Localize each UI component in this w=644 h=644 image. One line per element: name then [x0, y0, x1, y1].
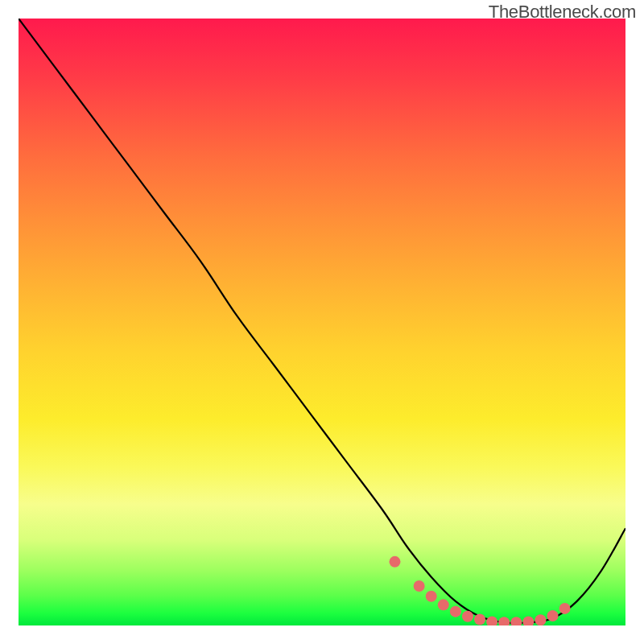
chart-gradient-background	[19, 19, 625, 625]
chart-container: TheBottleneck.com	[0, 0, 644, 644]
watermark-text: TheBottleneck.com	[489, 2, 636, 23]
